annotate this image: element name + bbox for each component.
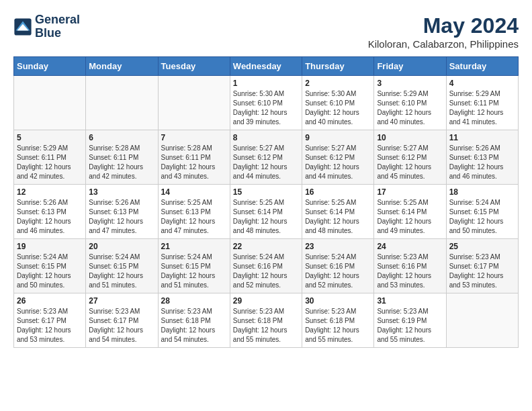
day-number: 3 xyxy=(377,79,443,88)
day-number: 28 xyxy=(161,296,227,306)
day-info: Sunrise: 5:25 AM Sunset: 6:14 PM Dayligh… xyxy=(305,198,371,236)
calendar-cell: 14Sunrise: 5:25 AM Sunset: 6:13 PM Dayli… xyxy=(158,185,230,239)
calendar-cell: 10Sunrise: 5:27 AM Sunset: 6:12 PM Dayli… xyxy=(374,130,446,185)
day-info: Sunrise: 5:24 AM Sunset: 6:15 PM Dayligh… xyxy=(161,253,227,290)
day-number: 25 xyxy=(449,242,515,251)
calendar-week-row: 12Sunrise: 5:26 AM Sunset: 6:13 PM Dayli… xyxy=(14,185,519,239)
day-info: Sunrise: 5:28 AM Sunset: 6:11 PM Dayligh… xyxy=(89,144,154,181)
weekday-header-row: SundayMondayTuesdayWednesdayThursdayFrid… xyxy=(14,57,519,76)
calendar-cell: 27Sunrise: 5:23 AM Sunset: 6:17 PM Dayli… xyxy=(86,293,158,348)
calendar-cell: 31Sunrise: 5:23 AM Sunset: 6:19 PM Dayli… xyxy=(374,293,446,348)
day-number: 2 xyxy=(305,79,371,88)
day-info: Sunrise: 5:24 AM Sunset: 6:15 PM Dayligh… xyxy=(89,253,154,290)
day-info: Sunrise: 5:23 AM Sunset: 6:18 PM Dayligh… xyxy=(233,307,299,345)
day-info: Sunrise: 5:30 AM Sunset: 6:10 PM Dayligh… xyxy=(305,89,371,127)
day-number: 6 xyxy=(89,133,154,142)
day-number: 18 xyxy=(449,187,515,197)
day-number: 31 xyxy=(377,296,443,306)
calendar-week-row: 5Sunrise: 5:29 AM Sunset: 6:11 PM Daylig… xyxy=(14,130,519,185)
calendar-cell: 3Sunrise: 5:29 AM Sunset: 6:10 PM Daylig… xyxy=(374,76,446,130)
calendar-cell: 6Sunrise: 5:28 AM Sunset: 6:11 PM Daylig… xyxy=(86,130,158,185)
logo: General Blue xyxy=(13,13,80,40)
calendar-cell xyxy=(446,293,518,348)
calendar-cell: 17Sunrise: 5:25 AM Sunset: 6:14 PM Dayli… xyxy=(374,185,446,239)
day-info: Sunrise: 5:29 AM Sunset: 6:11 PM Dayligh… xyxy=(17,144,83,181)
calendar-cell: 9Sunrise: 5:27 AM Sunset: 6:12 PM Daylig… xyxy=(302,130,374,185)
day-number: 29 xyxy=(233,296,299,306)
calendar-cell: 16Sunrise: 5:25 AM Sunset: 6:14 PM Dayli… xyxy=(302,185,374,239)
day-number: 23 xyxy=(305,242,371,251)
weekday-header-cell: Thursday xyxy=(302,57,374,76)
calendar-cell: 28Sunrise: 5:23 AM Sunset: 6:18 PM Dayli… xyxy=(158,293,230,348)
logo-text: General Blue xyxy=(35,13,80,40)
day-info: Sunrise: 5:27 AM Sunset: 6:12 PM Dayligh… xyxy=(233,144,299,181)
calendar-week-row: 26Sunrise: 5:23 AM Sunset: 6:17 PM Dayli… xyxy=(14,293,519,348)
day-number: 13 xyxy=(89,187,154,197)
subtitle: Kiloloran, Calabarzon, Philippines xyxy=(368,38,519,50)
day-info: Sunrise: 5:25 AM Sunset: 6:14 PM Dayligh… xyxy=(377,198,443,236)
day-number: 12 xyxy=(17,187,83,197)
calendar-cell: 30Sunrise: 5:23 AM Sunset: 6:18 PM Dayli… xyxy=(302,293,374,348)
day-number: 11 xyxy=(449,133,515,142)
day-number: 16 xyxy=(305,187,371,197)
calendar-cell: 26Sunrise: 5:23 AM Sunset: 6:17 PM Dayli… xyxy=(14,293,86,348)
day-info: Sunrise: 5:24 AM Sunset: 6:16 PM Dayligh… xyxy=(305,253,371,290)
day-info: Sunrise: 5:23 AM Sunset: 6:18 PM Dayligh… xyxy=(161,307,227,345)
day-info: Sunrise: 5:26 AM Sunset: 6:13 PM Dayligh… xyxy=(17,198,83,236)
calendar-cell: 29Sunrise: 5:23 AM Sunset: 6:18 PM Dayli… xyxy=(230,293,302,348)
main-title: May 2024 xyxy=(368,13,519,38)
calendar-cell: 2Sunrise: 5:30 AM Sunset: 6:10 PM Daylig… xyxy=(302,76,374,130)
day-number: 5 xyxy=(17,133,83,142)
day-info: Sunrise: 5:24 AM Sunset: 6:15 PM Dayligh… xyxy=(17,253,83,290)
day-number: 26 xyxy=(17,296,83,306)
calendar-cell: 22Sunrise: 5:24 AM Sunset: 6:16 PM Dayli… xyxy=(230,239,302,293)
day-info: Sunrise: 5:23 AM Sunset: 6:17 PM Dayligh… xyxy=(17,307,83,345)
day-info: Sunrise: 5:26 AM Sunset: 6:13 PM Dayligh… xyxy=(89,198,154,236)
day-number: 22 xyxy=(233,242,299,251)
calendar-cell xyxy=(86,76,158,130)
page-header: General Blue May 2024 Kiloloran, Calabar… xyxy=(13,13,519,50)
day-info: Sunrise: 5:24 AM Sunset: 6:16 PM Dayligh… xyxy=(233,253,299,290)
calendar-cell: 15Sunrise: 5:25 AM Sunset: 6:14 PM Dayli… xyxy=(230,185,302,239)
day-number: 10 xyxy=(377,133,443,142)
calendar-week-row: 1Sunrise: 5:30 AM Sunset: 6:10 PM Daylig… xyxy=(14,76,519,130)
day-info: Sunrise: 5:23 AM Sunset: 6:17 PM Dayligh… xyxy=(449,253,515,290)
calendar-cell: 1Sunrise: 5:30 AM Sunset: 6:10 PM Daylig… xyxy=(230,76,302,130)
weekday-header-cell: Saturday xyxy=(446,57,518,76)
day-info: Sunrise: 5:26 AM Sunset: 6:13 PM Dayligh… xyxy=(449,144,515,181)
weekday-header-cell: Friday xyxy=(374,57,446,76)
day-number: 9 xyxy=(305,133,371,142)
day-number: 17 xyxy=(377,187,443,197)
day-number: 24 xyxy=(377,242,443,251)
calendar-cell: 20Sunrise: 5:24 AM Sunset: 6:15 PM Dayli… xyxy=(86,239,158,293)
calendar-cell: 18Sunrise: 5:24 AM Sunset: 6:15 PM Dayli… xyxy=(446,185,518,239)
day-number: 19 xyxy=(17,242,83,251)
calendar-table: SundayMondayTuesdayWednesdayThursdayFrid… xyxy=(13,56,519,348)
calendar-cell: 24Sunrise: 5:23 AM Sunset: 6:16 PM Dayli… xyxy=(374,239,446,293)
day-info: Sunrise: 5:27 AM Sunset: 6:12 PM Dayligh… xyxy=(305,144,371,181)
day-info: Sunrise: 5:30 AM Sunset: 6:10 PM Dayligh… xyxy=(233,89,299,127)
day-info: Sunrise: 5:28 AM Sunset: 6:11 PM Dayligh… xyxy=(161,144,227,181)
day-number: 1 xyxy=(233,79,299,88)
day-number: 15 xyxy=(233,187,299,197)
day-number: 27 xyxy=(89,296,154,306)
logo-icon xyxy=(13,17,32,36)
day-info: Sunrise: 5:25 AM Sunset: 6:14 PM Dayligh… xyxy=(233,198,299,236)
calendar-cell: 7Sunrise: 5:28 AM Sunset: 6:11 PM Daylig… xyxy=(158,130,230,185)
day-info: Sunrise: 5:23 AM Sunset: 6:17 PM Dayligh… xyxy=(89,307,154,345)
day-info: Sunrise: 5:23 AM Sunset: 6:18 PM Dayligh… xyxy=(305,307,371,345)
calendar-cell: 21Sunrise: 5:24 AM Sunset: 6:15 PM Dayli… xyxy=(158,239,230,293)
day-info: Sunrise: 5:29 AM Sunset: 6:10 PM Dayligh… xyxy=(377,89,443,127)
calendar-cell: 4Sunrise: 5:29 AM Sunset: 6:11 PM Daylig… xyxy=(446,76,518,130)
calendar-week-row: 19Sunrise: 5:24 AM Sunset: 6:15 PM Dayli… xyxy=(14,239,519,293)
calendar-cell: 8Sunrise: 5:27 AM Sunset: 6:12 PM Daylig… xyxy=(230,130,302,185)
calendar-cell: 13Sunrise: 5:26 AM Sunset: 6:13 PM Dayli… xyxy=(86,185,158,239)
title-block: May 2024 Kiloloran, Calabarzon, Philippi… xyxy=(368,13,519,50)
day-info: Sunrise: 5:24 AM Sunset: 6:15 PM Dayligh… xyxy=(449,198,515,236)
calendar-body: 1Sunrise: 5:30 AM Sunset: 6:10 PM Daylig… xyxy=(14,76,519,348)
calendar-cell: 25Sunrise: 5:23 AM Sunset: 6:17 PM Dayli… xyxy=(446,239,518,293)
calendar-cell: 11Sunrise: 5:26 AM Sunset: 6:13 PM Dayli… xyxy=(446,130,518,185)
day-number: 30 xyxy=(305,296,371,306)
weekday-header-cell: Monday xyxy=(86,57,158,76)
calendar-cell xyxy=(158,76,230,130)
